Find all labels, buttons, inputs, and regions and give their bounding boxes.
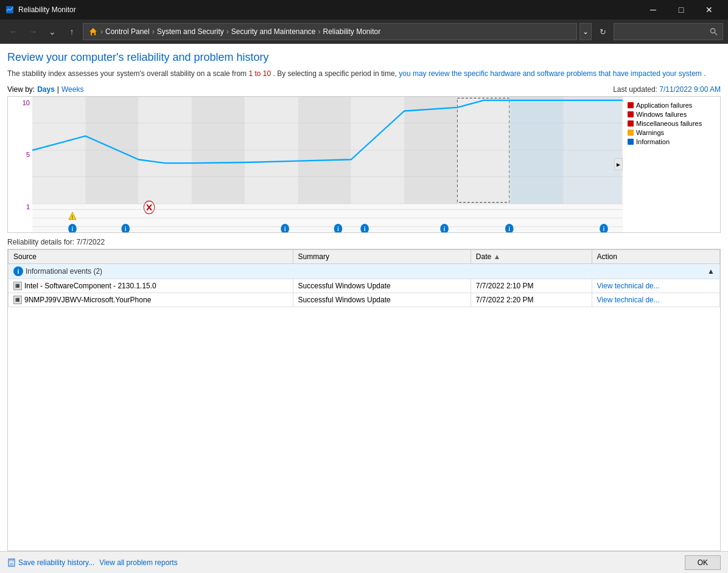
save-icon xyxy=(7,558,16,567)
view-days-link[interactable]: Days xyxy=(37,85,55,94)
software-icon-1: ▦ xyxy=(13,282,22,290)
detail-table: Source Summary Date ▲ Action i Informati… xyxy=(8,249,720,307)
svg-marker-1 xyxy=(89,28,97,35)
path-dropdown-button[interactable]: ⌄ xyxy=(579,23,592,40)
svg-text:i: i xyxy=(364,225,365,232)
app-icon xyxy=(5,5,15,15)
date-2: 7/7/2022 2:20 PM xyxy=(471,293,592,307)
col-source[interactable]: Source xyxy=(9,249,293,263)
detail-table-container[interactable]: Source Summary Date ▲ Action i Informati… xyxy=(7,249,721,551)
ok-button[interactable]: OK xyxy=(685,555,721,570)
reliability-chart[interactable]: 10 5 1 xyxy=(7,96,721,233)
search-icon xyxy=(710,27,718,36)
title-bar: Reliability Monitor ─ □ ✕ xyxy=(0,0,728,19)
summary-1: Successful Windows Update xyxy=(293,279,471,293)
search-box xyxy=(614,23,723,40)
svg-text:i: i xyxy=(509,225,510,232)
info-group-icon: i xyxy=(13,266,23,276)
maximize-button[interactable]: □ xyxy=(667,0,695,19)
home-icon xyxy=(88,27,98,36)
summary-2: Successful Windows Update xyxy=(293,293,471,307)
svg-text:!: ! xyxy=(72,214,73,220)
path-security-maintenance[interactable]: Security and Maintenance xyxy=(231,27,316,36)
table-row[interactable]: ▦ 9NMPJ99VJBWV-Microsoft.YourPhone Succe… xyxy=(9,293,720,307)
legend-warnings: Warnings xyxy=(628,129,715,136)
svg-point-2 xyxy=(710,29,715,33)
address-path: › Control Panel › System and Security › … xyxy=(83,23,577,40)
y-label-10: 10 xyxy=(10,99,30,106)
legend-information: Information xyxy=(628,138,715,145)
main-content: Review your computer's reliability and p… xyxy=(0,44,728,551)
address-bar: ← → ⌄ ↑ › Control Panel › System and Sec… xyxy=(0,19,728,44)
legend-windows-failures: Windows failures xyxy=(628,111,715,118)
chart-svg[interactable]: ! i i i i i i xyxy=(32,97,623,232)
y-label-1: 1 xyxy=(10,203,30,210)
search-input[interactable] xyxy=(619,27,710,36)
detail-header: Reliability details for: 7/7/2022 xyxy=(7,238,721,246)
back-button[interactable]: ← xyxy=(5,23,22,40)
path-system-security[interactable]: System and Security xyxy=(157,27,224,36)
view-by-label: View by: xyxy=(7,85,35,94)
y-label-5: 5 xyxy=(10,151,30,158)
group-label: Informational events (2) xyxy=(26,267,102,276)
table-row[interactable]: ▦ Intel - SoftwareComponent - 2130.1.15.… xyxy=(9,279,720,293)
subtitle: The stability index assesses your system… xyxy=(7,69,721,79)
path-control-panel[interactable]: Control Panel xyxy=(105,27,150,36)
col-date[interactable]: Date ▲ xyxy=(471,249,592,263)
chart-y-axis: 10 5 1 xyxy=(8,97,32,232)
source-2: 9NMPJ99VJBWV-Microsoft.YourPhone xyxy=(24,296,151,304)
dropdown-button[interactable]: ⌄ xyxy=(44,23,61,40)
source-1: Intel - SoftwareComponent - 2130.1.15.0 xyxy=(24,282,156,290)
path-reliability-monitor[interactable]: Reliability Monitor xyxy=(323,27,381,36)
chart-plot-area[interactable]: ! i i i i i i xyxy=(32,97,623,232)
view-by-bar: View by: Days | Weeks Last updated: 7/11… xyxy=(7,85,721,94)
legend-app-failures: Application failures xyxy=(628,102,715,109)
svg-rect-49 xyxy=(10,563,13,566)
last-updated: Last updated: 7/11/2022 9:00 AM xyxy=(613,85,721,94)
window-controls: ─ □ ✕ xyxy=(639,0,723,19)
svg-line-3 xyxy=(715,32,717,35)
svg-rect-50 xyxy=(9,559,14,561)
action-link-2[interactable]: View technical de... xyxy=(597,296,660,304)
window-title: Reliability Monitor xyxy=(18,5,639,14)
legend-misc-failures: Miscellaneous failures xyxy=(628,120,715,127)
group-informational[interactable]: i Informational events (2) ▲ xyxy=(9,263,720,279)
view-weeks-link[interactable]: Weeks xyxy=(61,85,83,94)
save-reliability-link[interactable]: Save reliability history... xyxy=(7,558,94,567)
col-summary[interactable]: Summary xyxy=(293,249,471,263)
view-all-problems-link[interactable]: View all problem reports xyxy=(99,558,178,567)
close-button[interactable]: ✕ xyxy=(695,0,723,19)
date-1: 7/7/2022 2:10 PM xyxy=(471,279,592,293)
software-icon-2: ▦ xyxy=(13,296,22,304)
forward-button[interactable]: → xyxy=(24,23,41,40)
col-action[interactable]: Action xyxy=(592,249,719,263)
page-title: Review your computer's reliability and p… xyxy=(7,51,721,64)
up-button[interactable]: ↑ xyxy=(63,23,80,40)
svg-text:i: i xyxy=(603,225,604,232)
footer-links: Save reliability history... View all pro… xyxy=(7,558,178,567)
refresh-button[interactable]: ↻ xyxy=(594,23,611,40)
group-collapse-btn[interactable]: ▲ xyxy=(707,267,715,276)
minimize-button[interactable]: ─ xyxy=(639,0,667,19)
action-link-1[interactable]: View technical de... xyxy=(597,282,660,290)
footer: Save reliability history... View all pro… xyxy=(0,551,728,573)
legend-toggle[interactable]: ► xyxy=(614,158,623,170)
chart-legend: ► Application failures Windows failures … xyxy=(623,97,720,232)
